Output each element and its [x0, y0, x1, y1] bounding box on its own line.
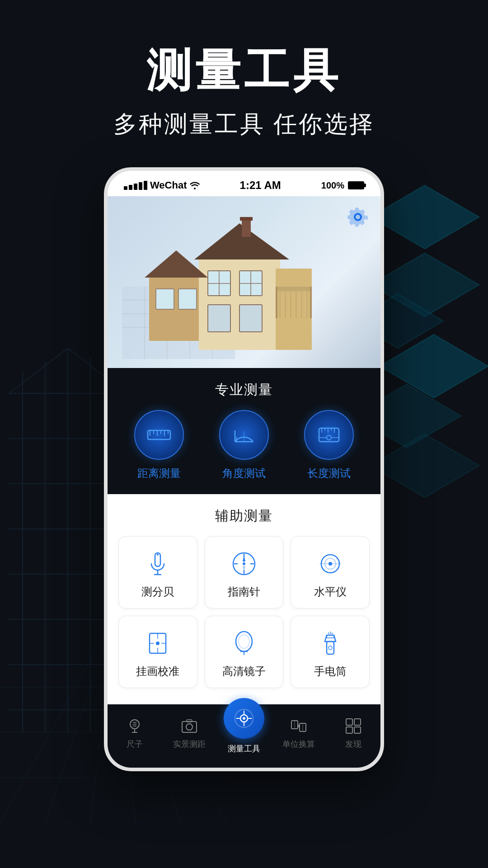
- angle-measure-icon: [219, 410, 269, 460]
- picture-align-label: 挂画校准: [136, 664, 179, 679]
- status-bar: WeChat 1:21 AM 100%: [108, 171, 380, 196]
- svg-rect-139: [346, 727, 352, 733]
- svg-rect-64: [306, 287, 308, 318]
- status-left: WeChat: [124, 179, 200, 191]
- distance-measure-icon: [134, 410, 184, 460]
- svg-rect-59: [279, 287, 281, 318]
- level-label: 水平仪: [314, 585, 347, 599]
- flashlight-tool[interactable]: 手电筒: [291, 616, 370, 688]
- svg-rect-58: [310, 287, 312, 318]
- tab-center-button[interactable]: [224, 698, 264, 739]
- tab-discover[interactable]: 发现: [326, 716, 380, 750]
- svg-rect-65: [148, 430, 170, 439]
- svg-rect-49: [239, 305, 262, 332]
- decibel-tool[interactable]: 测分贝: [118, 536, 197, 609]
- tab-bar: 尺子 实景测距: [108, 704, 380, 768]
- svg-rect-61: [290, 287, 291, 318]
- svg-marker-94: [243, 556, 245, 562]
- tab-unit-convert[interactable]: 单位换算: [271, 716, 326, 750]
- aux-section: 辅助测量 测分贝: [108, 494, 380, 704]
- pro-section: 专业测量: [108, 368, 380, 494]
- sub-title: 多种测量工具 任你选择: [0, 108, 488, 140]
- svg-point-87: [157, 554, 159, 556]
- svg-rect-138: [354, 719, 361, 725]
- house-illustration: [108, 196, 380, 368]
- decibel-label: 测分贝: [141, 585, 174, 599]
- aux-grid-row1: 测分贝 指南针: [118, 536, 370, 609]
- length-measure-tool[interactable]: 长度测试: [304, 410, 354, 481]
- tab-measure-tools-label: 测量工具: [228, 743, 260, 754]
- battery-icon: [348, 181, 364, 189]
- svg-rect-62: [296, 287, 297, 318]
- length-measure-icon: [304, 410, 354, 460]
- house-image-area: [108, 196, 380, 368]
- mirror-label: 高清镜子: [222, 664, 266, 679]
- pro-tools-row: 距离测量 角度测试: [117, 410, 371, 481]
- mirror-tool[interactable]: 高清镜子: [205, 616, 284, 688]
- svg-rect-54: [156, 289, 174, 309]
- phone-mockup: WeChat 1:21 AM 100%: [104, 167, 384, 771]
- mirror-icon: [230, 629, 258, 658]
- compass-tool[interactable]: 指南针: [205, 536, 284, 609]
- carrier-name: WeChat: [150, 179, 187, 191]
- tools-center-icon: [233, 707, 255, 730]
- svg-rect-57: [276, 287, 277, 318]
- angle-measure-tool[interactable]: 角度测试: [219, 410, 269, 481]
- wifi-icon: [190, 181, 200, 189]
- svg-point-109: [239, 635, 249, 648]
- svg-point-131: [243, 717, 245, 720]
- svg-rect-140: [354, 727, 361, 733]
- distance-measure-tool[interactable]: 距离测量: [134, 410, 184, 481]
- picture-align-icon: [143, 629, 172, 658]
- tab-real-measure-label: 实景测距: [173, 739, 206, 750]
- tab-ruler-label: 尺子: [127, 739, 143, 750]
- svg-rect-45: [240, 217, 253, 221]
- svg-point-101: [156, 642, 160, 645]
- compass-label: 指南针: [228, 585, 260, 599]
- svg-rect-44: [242, 219, 251, 237]
- level-icon: [316, 549, 345, 578]
- svg-rect-60: [285, 287, 286, 318]
- signal-icon: [124, 181, 147, 190]
- svg-rect-55: [178, 289, 197, 309]
- svg-marker-43: [145, 250, 208, 278]
- unit-convert-icon: [289, 716, 309, 736]
- svg-rect-122: [182, 722, 197, 732]
- decibel-icon: [143, 549, 172, 578]
- header-section: 测量工具 多种测量工具 任你选择: [0, 0, 488, 167]
- svg-rect-63: [301, 287, 302, 318]
- tab-real-measure[interactable]: 实景测距: [162, 716, 217, 750]
- aux-grid-row2: 挂画校准 高清镜子: [118, 616, 370, 688]
- phone-mockup-wrapper: WeChat 1:21 AM 100%: [0, 167, 488, 771]
- battery-area: 100%: [321, 180, 364, 191]
- level-tool[interactable]: 水平仪: [291, 536, 370, 609]
- tab-measure-tools[interactable]: 测量工具: [217, 712, 272, 754]
- main-title: 测量工具: [0, 45, 488, 95]
- svg-rect-110: [327, 642, 334, 654]
- picture-align-tool[interactable]: 挂画校准: [118, 616, 197, 688]
- flashlight-icon: [316, 629, 345, 658]
- discover-icon: [343, 716, 363, 736]
- svg-point-89: [243, 562, 245, 565]
- flashlight-label: 手电筒: [314, 664, 347, 679]
- svg-point-123: [186, 724, 192, 730]
- time-display: 1:21 AM: [240, 179, 281, 192]
- settings-button[interactable]: [346, 205, 370, 229]
- angle-measure-label: 角度测试: [222, 466, 266, 481]
- camera-measure-icon: [179, 716, 199, 736]
- svg-point-112: [328, 646, 332, 650]
- aux-section-title: 辅助测量: [118, 507, 370, 525]
- tab-ruler[interactable]: 尺子: [108, 716, 162, 750]
- length-measure-label: 长度测试: [307, 466, 351, 481]
- distance-measure-label: 距离测量: [137, 466, 181, 481]
- compass-icon: [230, 549, 258, 578]
- tab-unit-convert-label: 单位换算: [282, 739, 315, 750]
- svg-rect-48: [208, 305, 230, 332]
- svg-point-81: [327, 435, 331, 440]
- svg-rect-124: [187, 720, 192, 722]
- svg-rect-137: [346, 719, 352, 725]
- svg-marker-95: [243, 566, 245, 572]
- ruler-tab-icon: [125, 716, 145, 736]
- battery-percentage: 100%: [321, 180, 344, 191]
- tab-discover-label: 发现: [345, 739, 361, 750]
